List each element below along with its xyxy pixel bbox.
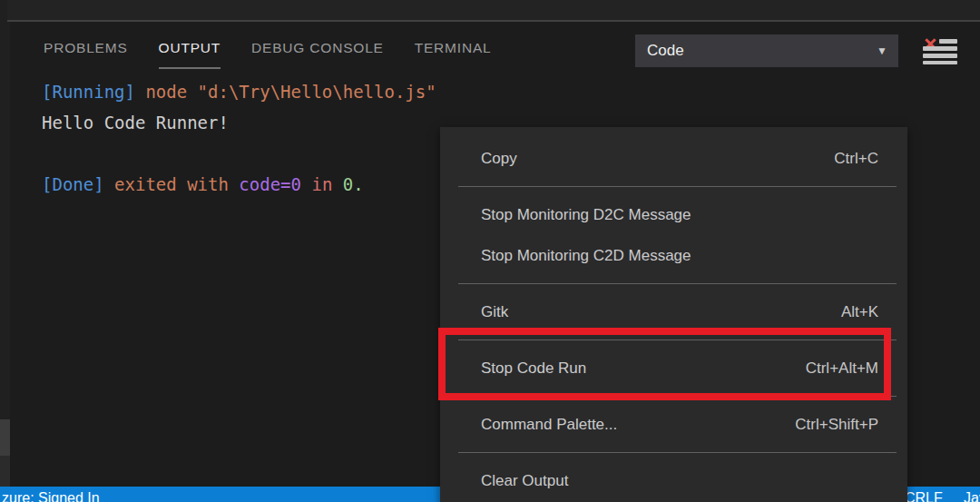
scrollbar-track-band [0, 456, 10, 487]
context-menu: CopyCtrl+CStop Monitoring D2C MessageSto… [440, 127, 907, 502]
menu-item-shortcut: Ctrl+Shift+P [795, 416, 878, 434]
tab-output[interactable]: OUTPUT [159, 40, 221, 62]
tab-terminal[interactable]: TERMINAL [415, 40, 492, 62]
menu-separator [458, 340, 897, 340]
menu-item-label: Stop Monitoring D2C Message [481, 206, 691, 224]
menu-separator [458, 186, 897, 187]
menu-item-clear-output[interactable]: Clear Output [440, 460, 907, 501]
menu-item-shortcut: Ctrl+Alt+M [806, 359, 878, 378]
output-text-segment: [Running] [42, 82, 135, 102]
left-edge-strip [0, 0, 10, 502]
menu-item-stop-monitoring-c2d-message[interactable]: Stop Monitoring C2D Message [440, 235, 907, 276]
menu-separator [458, 452, 897, 453]
output-line: [Running] node "d:\Try\Hello\hello.js" [42, 76, 949, 107]
clear-output-icon[interactable] [923, 38, 957, 64]
output-text-segment: [Done] [42, 174, 104, 194]
output-text-segment: in [301, 174, 343, 194]
menu-item-stop-monitoring-d2c-message[interactable]: Stop Monitoring D2C Message [440, 194, 907, 235]
scrollbar-thumb[interactable] [0, 419, 10, 456]
menu-item-label: Gitk [481, 303, 508, 321]
menu-item-label: Command Palette... [481, 416, 617, 434]
menu-separator [458, 283, 897, 284]
vscode-window: PROBLEMSOUTPUTDEBUG CONSOLETERMINAL Code… [0, 0, 980, 502]
menu-item-command-palette[interactable]: Command Palette...Ctrl+Shift+P [440, 404, 907, 445]
output-text-segment: 0. [343, 174, 364, 194]
output-text-segment: exited with [104, 174, 240, 194]
status-azure-signed-in[interactable]: zure: Signed In [2, 490, 100, 502]
output-channel-dropdown[interactable]: Code ▼ [635, 34, 898, 67]
menu-item-label: Stop Monitoring C2D Message [481, 247, 691, 265]
menu-item-gitk[interactable]: GitkAlt+K [440, 291, 907, 332]
output-text-segment: node "d:\Try\Hello\hello.js" [135, 82, 436, 102]
menu-item-label: Copy [481, 150, 517, 168]
panel-tabs: PROBLEMSOUTPUTDEBUG CONSOLETERMINAL [44, 40, 491, 62]
output-text-segment: Hello Code Runner! [42, 113, 229, 133]
menu-item-label: Stop Code Run [481, 359, 586, 378]
tab-debug-console[interactable]: DEBUG CONSOLE [251, 40, 384, 62]
status-eol-indicator[interactable]: CRLF [905, 490, 943, 502]
menu-item-stop-code-run[interactable]: Stop Code RunCtrl+Alt+M [440, 348, 907, 389]
status-language-indicator[interactable]: JavaScript [964, 490, 980, 502]
menu-separator [458, 396, 897, 397]
menu-item-shortcut: Alt+K [841, 303, 878, 321]
output-text-segment: code=0 [239, 174, 301, 194]
chevron-down-icon: ▼ [877, 44, 887, 57]
editor-area-sliver [7, 0, 980, 22]
menu-item-copy[interactable]: CopyCtrl+C [440, 138, 907, 179]
tab-problems[interactable]: PROBLEMS [44, 40, 128, 62]
menu-item-label: Clear Output [481, 472, 568, 490]
menu-item-shortcut: Ctrl+C [834, 150, 878, 168]
output-channel-value: Code [647, 42, 684, 60]
